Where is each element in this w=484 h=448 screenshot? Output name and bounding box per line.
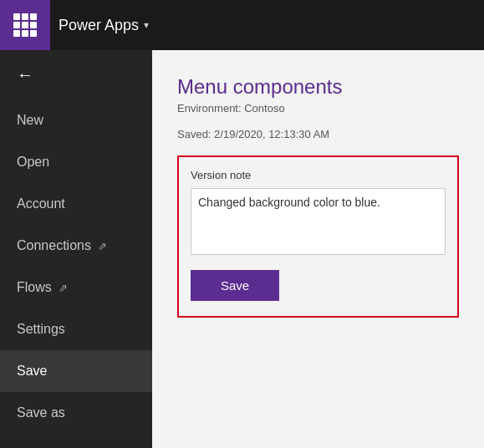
sidebar-label-account: Account xyxy=(17,196,65,211)
sidebar-label-open: Open xyxy=(17,155,49,170)
sidebar-label-save-as: Save as xyxy=(17,405,65,420)
sidebar-item-new[interactable]: New xyxy=(0,99,152,141)
save-button[interactable]: Save xyxy=(191,270,279,301)
waffle-button[interactable] xyxy=(0,0,50,50)
external-link-icon-flows: ⇗ xyxy=(59,282,68,294)
chevron-down-icon: ▾ xyxy=(144,19,149,31)
sidebar-item-open[interactable]: Open xyxy=(0,141,152,183)
version-panel: Version note Changed background color to… xyxy=(177,155,459,318)
sidebar-item-connections[interactable]: Connections ⇗ xyxy=(0,225,152,267)
waffle-icon xyxy=(13,13,37,37)
top-bar: Power Apps ▾ xyxy=(0,0,484,50)
version-note-input[interactable]: Changed background color to blue. xyxy=(191,188,446,255)
sidebar-label-settings: Settings xyxy=(17,322,65,337)
app-title-text: Power Apps xyxy=(59,17,139,34)
main-content: Menu components Environment: Contoso Sav… xyxy=(152,50,484,448)
back-button[interactable]: ← xyxy=(0,50,152,99)
back-arrow-icon: ← xyxy=(17,65,33,84)
sidebar-item-flows[interactable]: Flows ⇗ xyxy=(0,267,152,308)
sidebar-item-save-as[interactable]: Save as xyxy=(0,392,152,434)
sidebar-label-flows: Flows xyxy=(17,280,52,295)
sidebar-item-account[interactable]: Account xyxy=(0,183,152,225)
version-note-label: Version note xyxy=(191,169,446,181)
app-title-area[interactable]: Power Apps ▾ xyxy=(50,17,149,34)
saved-timestamp: Saved: 2/19/2020, 12:13:30 AM xyxy=(177,128,459,140)
external-link-icon: ⇗ xyxy=(98,240,107,252)
app-name-heading: Menu components xyxy=(177,75,459,99)
sidebar-label-connections: Connections xyxy=(17,238,91,253)
sidebar-label-new: New xyxy=(17,113,43,128)
environment-label: Environment: Contoso xyxy=(177,102,459,115)
sidebar: ← New Open Account Connections ⇗ Flows ⇗… xyxy=(0,50,152,448)
sidebar-item-settings[interactable]: Settings xyxy=(0,308,152,350)
sidebar-item-save[interactable]: Save xyxy=(0,350,152,392)
sidebar-label-save: Save xyxy=(17,364,47,379)
